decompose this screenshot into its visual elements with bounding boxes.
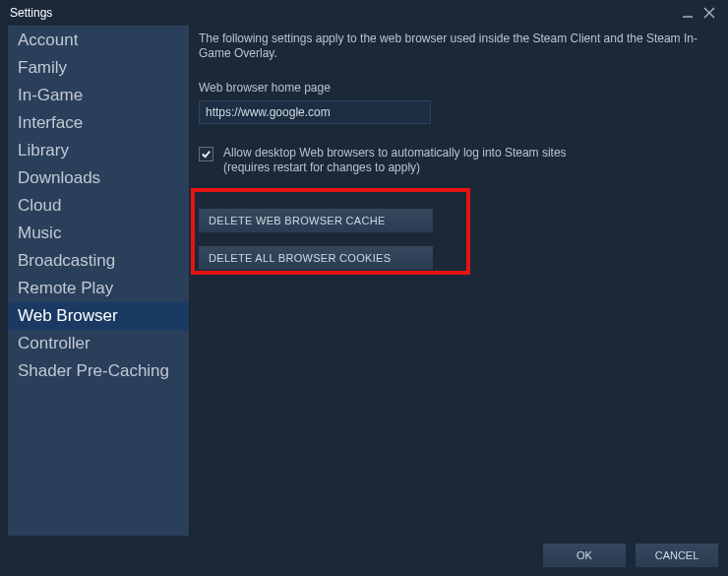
sidebar-item-label: Account [18, 31, 78, 49]
sidebar-item-label: Controller [18, 334, 91, 352]
sidebar-item-library[interactable]: Library [8, 137, 189, 164]
delete-cache-button[interactable]: DELETE WEB BROWSER CACHE [199, 209, 433, 232]
sidebar-item-downloads[interactable]: Downloads [8, 164, 189, 192]
window-title: Settings [10, 6, 677, 20]
settings-content: The following settings apply to the web … [199, 26, 720, 536]
ok-button[interactable]: OK [543, 544, 626, 567]
dialog-footer: OK CANCEL [0, 536, 728, 575]
titlebar: Settings [0, 0, 728, 26]
sidebar-item-label: Family [18, 58, 67, 77]
sidebar-item-account[interactable]: Account [8, 27, 189, 54]
sidebar-item-label: Shader Pre-Caching [18, 361, 169, 380]
sidebar-item-family[interactable]: Family [8, 54, 189, 82]
sidebar-item-controller[interactable]: Controller [8, 330, 189, 357]
cancel-button[interactable]: CANCEL [636, 544, 718, 567]
settings-sidebar: Account Family In-Game Interface Library… [8, 26, 189, 536]
sidebar-item-label: Remote Play [18, 279, 113, 297]
sidebar-item-label: Library [18, 141, 69, 160]
auto-login-label: Allow desktop Web browsers to automatica… [223, 146, 567, 175]
sidebar-item-label: Music [18, 224, 61, 242]
minimize-button[interactable] [677, 2, 698, 24]
sidebar-item-label: Downloads [18, 168, 100, 187]
auto-login-checkbox[interactable] [199, 147, 213, 161]
sidebar-item-in-game[interactable]: In-Game [8, 82, 189, 109]
sidebar-item-label: Broadcasting [18, 251, 115, 270]
sidebar-item-label: Interface [18, 113, 83, 132]
sidebar-item-label: Cloud [18, 196, 61, 215]
sidebar-item-label: Web Browser [18, 306, 118, 325]
homepage-label: Web browser home page [199, 81, 714, 95]
sidebar-item-broadcasting[interactable]: Broadcasting [8, 247, 189, 275]
sidebar-item-interface[interactable]: Interface [8, 109, 189, 137]
delete-cookies-button[interactable]: DELETE ALL BROWSER COOKIES [199, 246, 433, 270]
homepage-input[interactable] [199, 100, 431, 124]
sidebar-item-cloud[interactable]: Cloud [8, 192, 189, 220]
sidebar-item-shader-pre-caching[interactable]: Shader Pre-Caching [8, 357, 189, 385]
close-button[interactable] [698, 2, 720, 24]
sidebar-item-music[interactable]: Music [8, 220, 189, 247]
sidebar-item-remote-play[interactable]: Remote Play [8, 275, 189, 302]
content-description: The following settings apply to the web … [199, 32, 714, 61]
sidebar-item-web-browser[interactable]: Web Browser [8, 302, 189, 330]
sidebar-item-label: In-Game [18, 86, 83, 104]
